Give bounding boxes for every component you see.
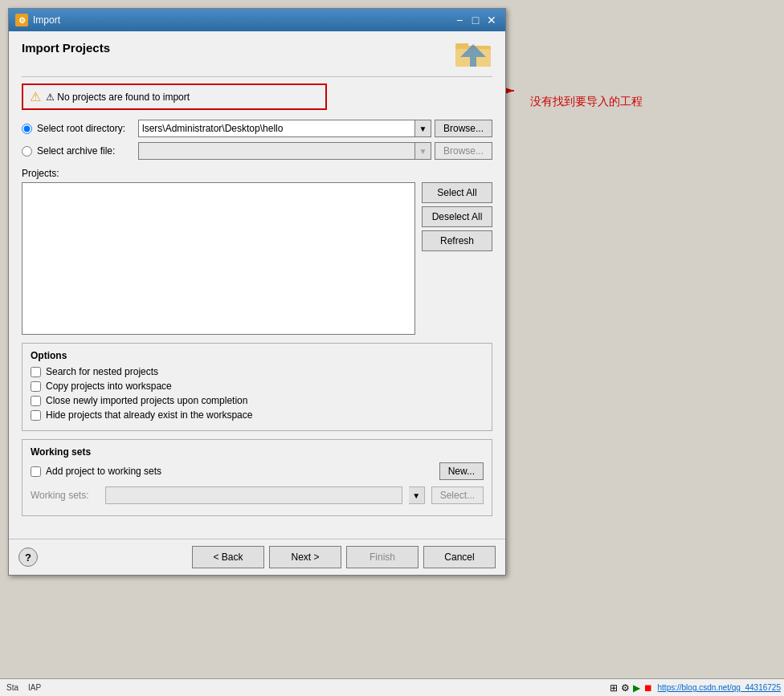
root-dir-section: Select root directory: ▼ Browse... Selec… (22, 120, 492, 160)
archive-input[interactable] (138, 142, 415, 160)
deselect-all-button[interactable]: Deselect All (422, 206, 492, 227)
root-dir-dropdown[interactable]: ▼ (415, 120, 431, 137)
hide-existing-checkbox[interactable] (31, 410, 41, 421)
projects-list[interactable] (22, 182, 415, 335)
select-all-button[interactable]: Select All (422, 182, 492, 203)
nested-projects-checkbox[interactable] (31, 367, 41, 377)
working-sets-title: Working sets (31, 446, 484, 458)
working-sets-input-row: Working sets: ▼ Select... (31, 486, 484, 504)
add-working-sets-label: Add project to working sets (46, 466, 161, 477)
finish-button[interactable]: Finish (346, 546, 419, 568)
archive-browse-button: Browse... (435, 142, 492, 160)
working-sets-input-label: Working sets: (31, 490, 99, 501)
status-icon-1: ⊞ (610, 682, 618, 694)
warning-icon: ⚠ (30, 89, 41, 104)
dialog-heading: Import Projects (22, 41, 110, 55)
title-bar: ⚙ Import − □ ✕ (9, 9, 505, 31)
next-button[interactable]: Next > (269, 546, 341, 568)
status-item-1: Sta (3, 683, 22, 692)
select-working-set-button[interactable]: Select... (431, 486, 484, 504)
working-sets-group: Working sets Add project to working sets… (22, 439, 492, 516)
add-working-sets-checkbox[interactable] (31, 466, 41, 477)
warning-text: ⚠ No projects are found to import (46, 92, 190, 103)
nested-projects-row: Search for nested projects (31, 366, 484, 377)
add-working-sets-row: Add project to working sets New... (31, 462, 484, 480)
status-left: Sta IAP (3, 683, 44, 692)
help-button[interactable]: ? (18, 547, 38, 567)
copy-projects-checkbox[interactable] (31, 381, 41, 392)
status-icons: ⊞ ⚙ ▶ ⏹ (610, 682, 653, 694)
nested-projects-label: Search for nested projects (46, 366, 158, 377)
status-icon-3: ▶ (633, 682, 640, 694)
options-title: Options (31, 350, 484, 361)
footer-right: < Back Next > Finish Cancel (192, 546, 496, 568)
refresh-button[interactable]: Refresh (422, 230, 492, 251)
close-imported-row: Close newly imported projects upon compl… (31, 395, 484, 406)
status-bar: Sta IAP ⊞ ⚙ ▶ ⏹ https://blog.csdn.net/qq… (0, 678, 784, 696)
status-icon-2: ⚙ (621, 682, 630, 694)
window-icon: ⚙ (15, 14, 28, 26)
import-dialog-window: ⚙ Import − □ ✕ Import Projects (8, 8, 506, 576)
status-item-2: IAP (25, 683, 44, 692)
copy-projects-row: Copy projects into workspace (31, 381, 484, 392)
svg-rect-5 (455, 43, 468, 47)
working-sets-input[interactable] (105, 486, 402, 504)
folder-icon (454, 38, 492, 70)
close-imported-checkbox[interactable] (31, 396, 41, 406)
hide-existing-row: Hide projects that already exist in the … (31, 409, 484, 421)
svg-text:⚙: ⚙ (18, 16, 26, 25)
window-title: Import (33, 14, 60, 26)
annotation-text: 没有找到要导入的工程 (530, 95, 643, 109)
maximize-button[interactable]: □ (468, 13, 483, 27)
desktop: 没有找到要导入的工程 ⚙ Import (0, 0, 784, 696)
cancel-button[interactable]: Cancel (423, 546, 496, 568)
archive-dropdown[interactable]: ▼ (415, 142, 431, 160)
root-dir-radio[interactable] (22, 124, 32, 134)
root-dir-input[interactable] (138, 120, 415, 137)
archive-label: Select archive file: (37, 145, 133, 157)
close-imported-label: Close newly imported projects upon compl… (46, 395, 247, 406)
status-right: ⊞ ⚙ ▶ ⏹ https://blog.csdn.net/qq_4431672… (610, 682, 781, 694)
back-button[interactable]: < Back (192, 546, 264, 568)
status-icon-4: ⏹ (643, 682, 653, 694)
new-working-set-button[interactable]: New... (439, 462, 484, 480)
close-button[interactable]: ✕ (484, 13, 499, 27)
minimize-button[interactable]: − (452, 13, 467, 27)
projects-area: Select All Deselect All Refresh (22, 182, 492, 335)
archive-row: Select archive file: ▼ Browse... (22, 142, 492, 160)
warning-message: ⚠ ⚠ No projects are found to import (22, 83, 327, 110)
root-dir-row: Select root directory: ▼ Browse... (22, 120, 492, 137)
root-dir-label: Select root directory: (37, 123, 133, 134)
projects-label: Projects: (22, 168, 492, 179)
status-link[interactable]: https://blog.csdn.net/qq_44316725 (658, 683, 781, 692)
dialog-footer: ? < Back Next > Finish Cancel (9, 539, 505, 575)
projects-buttons: Select All Deselect All Refresh (422, 182, 492, 335)
archive-radio[interactable] (22, 146, 32, 157)
window-content: Import Projects ⚠ (9, 31, 505, 539)
footer-left: ? (18, 547, 38, 567)
root-dir-browse-button[interactable]: Browse... (435, 120, 492, 137)
dialog-header: Import Projects (22, 41, 492, 77)
copy-projects-label: Copy projects into workspace (46, 381, 172, 392)
options-group: Options Search for nested projects Copy … (22, 343, 492, 431)
hide-existing-label: Hide projects that already exist in the … (46, 409, 252, 421)
title-controls: − □ ✕ (452, 13, 499, 27)
title-bar-left: ⚙ Import (15, 14, 60, 26)
working-sets-dropdown[interactable]: ▼ (409, 486, 425, 504)
